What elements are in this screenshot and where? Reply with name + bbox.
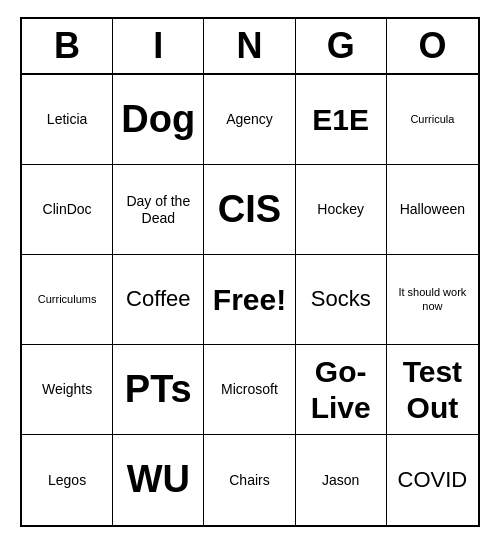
bingo-cell: Microsoft — [204, 345, 295, 435]
bingo-cell: ClinDoc — [22, 165, 113, 255]
bingo-cell: Jason — [296, 435, 387, 525]
bingo-cell: PTs — [113, 345, 204, 435]
bingo-cell: Hockey — [296, 165, 387, 255]
bingo-cell: WU — [113, 435, 204, 525]
bingo-cell: E1E — [296, 75, 387, 165]
bingo-cell: Leticia — [22, 75, 113, 165]
bingo-cell: Dog — [113, 75, 204, 165]
bingo-cell: Coffee — [113, 255, 204, 345]
bingo-cell: COVID — [387, 435, 478, 525]
header-letter: B — [22, 19, 113, 73]
bingo-cell: It should work now — [387, 255, 478, 345]
bingo-cell: Test Out — [387, 345, 478, 435]
bingo-header: BINGO — [22, 19, 478, 75]
header-letter: N — [204, 19, 295, 73]
bingo-card: BINGO LeticiaDogAgencyE1ECurriculaClinDo… — [20, 17, 480, 527]
header-letter: I — [113, 19, 204, 73]
bingo-cell: Socks — [296, 255, 387, 345]
bingo-grid: LeticiaDogAgencyE1ECurriculaClinDocDay o… — [22, 75, 478, 525]
bingo-cell: Agency — [204, 75, 295, 165]
bingo-cell: Chairs — [204, 435, 295, 525]
bingo-cell: Curriculums — [22, 255, 113, 345]
bingo-cell: Weights — [22, 345, 113, 435]
bingo-cell: Go-Live — [296, 345, 387, 435]
bingo-cell: Curricula — [387, 75, 478, 165]
bingo-cell: Halloween — [387, 165, 478, 255]
bingo-cell: CIS — [204, 165, 295, 255]
header-letter: O — [387, 19, 478, 73]
header-letter: G — [296, 19, 387, 73]
bingo-cell: Legos — [22, 435, 113, 525]
bingo-cell: Day of the Dead — [113, 165, 204, 255]
bingo-cell: Free! — [204, 255, 295, 345]
